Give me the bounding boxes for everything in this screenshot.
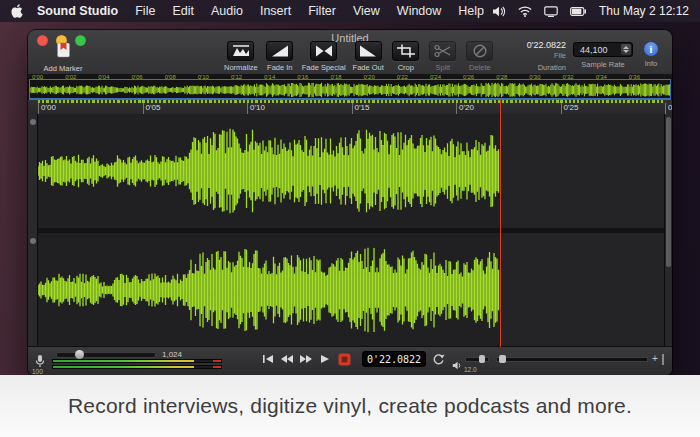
sample-rate-select[interactable]: 44,100 bbox=[573, 42, 633, 57]
zoom-in-label[interactable]: + bbox=[652, 353, 658, 364]
record-button[interactable] bbox=[336, 352, 352, 366]
speaker-icon bbox=[452, 356, 462, 374]
overview-tick-label: 0'08 bbox=[165, 74, 176, 80]
seek-slider[interactable] bbox=[496, 357, 648, 362]
desktop-background: Sound Studio FileEditAudioInsertFilterVi… bbox=[0, 0, 700, 437]
ruler-tick-mark bbox=[352, 103, 353, 114]
duration-value: 0'22.0822 bbox=[490, 40, 566, 50]
display-icon[interactable] bbox=[544, 6, 558, 17]
volume-slider[interactable] bbox=[465, 357, 489, 362]
menu-bar-status: Thu May 2 12:12 bbox=[492, 4, 689, 18]
menu-item-view[interactable]: View bbox=[353, 4, 380, 18]
window-header: Untitled Add Marker NormalizeFade InFade… bbox=[28, 30, 672, 75]
tool-fade-out[interactable]: Fade Out bbox=[353, 41, 384, 72]
menu-item-help[interactable]: Help bbox=[458, 4, 484, 18]
input-level-meter-left bbox=[52, 359, 222, 363]
tool-label: Split bbox=[436, 63, 451, 72]
channel-1-handle[interactable] bbox=[30, 119, 36, 125]
menu-bar-clock[interactable]: Thu May 2 12:12 bbox=[599, 4, 689, 18]
sample-rate-caption: Sample Rate bbox=[581, 60, 624, 69]
scrollbar-thumb[interactable] bbox=[666, 117, 671, 267]
fast-forward-button[interactable] bbox=[298, 352, 314, 366]
sample-rate-value: 44,100 bbox=[580, 45, 608, 55]
add-marker-icon bbox=[56, 42, 71, 62]
menu-item-insert[interactable]: Insert bbox=[260, 4, 291, 18]
time-display: 0'22.0822 bbox=[362, 351, 426, 367]
vertical-scrollbar[interactable] bbox=[664, 114, 672, 347]
split-icon bbox=[429, 41, 456, 61]
slider-end-cap bbox=[662, 354, 664, 365]
menu-item-filter[interactable]: Filter bbox=[308, 4, 336, 18]
duration-caption: Duration bbox=[490, 63, 566, 72]
stepper-icon[interactable] bbox=[621, 44, 631, 55]
marketing-caption: Record interviews, digitize vinyl, creat… bbox=[68, 394, 632, 418]
ruler-tick-label: 0'25 bbox=[564, 103, 579, 112]
volume-slider-thumb[interactable] bbox=[479, 355, 485, 363]
track-area[interactable] bbox=[28, 114, 672, 347]
input-level-meter-right bbox=[52, 365, 222, 369]
fade-in-icon bbox=[266, 41, 293, 61]
overview-tick-label: 0'36 bbox=[629, 74, 640, 80]
ruler-tick-mark bbox=[38, 103, 39, 114]
menu-item-audio[interactable]: Audio bbox=[211, 4, 243, 18]
overview-tick-label: 0'02 bbox=[65, 74, 76, 80]
menu-item-window[interactable]: Window bbox=[397, 4, 441, 18]
tool-label: Fade Special bbox=[302, 63, 346, 72]
info-control: i Info bbox=[637, 42, 665, 68]
info-caption: Info bbox=[645, 59, 658, 68]
ruler-tick-mark bbox=[247, 103, 248, 114]
zoom-slider-thumb[interactable] bbox=[75, 350, 84, 359]
overview-tick-label: 0'14 bbox=[264, 74, 275, 80]
overview-viewport[interactable] bbox=[29, 79, 671, 100]
tool-label: Delete bbox=[469, 63, 491, 72]
app-menu-title[interactable]: Sound Studio bbox=[37, 4, 118, 18]
tool-fade-in[interactable]: Fade In bbox=[265, 41, 295, 72]
menu-item-edit[interactable]: Edit bbox=[172, 4, 194, 18]
tool-label: Fade Out bbox=[353, 63, 384, 72]
ruler-tick-mark bbox=[665, 103, 666, 114]
add-marker-button[interactable]: Add Marker bbox=[36, 42, 90, 73]
fade-out-icon bbox=[355, 41, 382, 61]
overview-tick-label: 0'22 bbox=[397, 74, 408, 80]
menu-items: FileEditAudioInsertFilterViewWindowHelp bbox=[135, 4, 484, 18]
transport-controls bbox=[260, 352, 352, 366]
caption-band: Record interviews, digitize vinyl, creat… bbox=[0, 375, 700, 437]
apple-menu-icon[interactable] bbox=[11, 4, 23, 18]
input-level-value: 100 bbox=[32, 368, 43, 375]
tool-crop[interactable]: Crop bbox=[391, 41, 421, 72]
seek-slider-thumb[interactable] bbox=[499, 355, 506, 363]
rewind-button[interactable] bbox=[279, 352, 295, 366]
channel-2-handle[interactable] bbox=[30, 238, 36, 244]
info-button[interactable]: i bbox=[644, 42, 658, 56]
zoom-slider[interactable] bbox=[56, 352, 156, 358]
overview-tick-label: 0'20 bbox=[364, 74, 375, 80]
menu-bar: Sound Studio FileEditAudioInsertFilterVi… bbox=[0, 0, 700, 22]
ruler-tick-label: 0'05 bbox=[146, 103, 161, 112]
battery-icon[interactable] bbox=[570, 7, 587, 16]
loop-button[interactable] bbox=[432, 353, 445, 368]
overview-tick-label: 0'04 bbox=[98, 74, 109, 80]
play-button[interactable] bbox=[317, 352, 333, 366]
menu-item-file[interactable]: File bbox=[135, 4, 155, 18]
volume-icon[interactable] bbox=[492, 6, 506, 17]
volume-value: 12.0 bbox=[464, 366, 477, 373]
tool-strip: NormalizeFade InFade SpecialFade OutCrop… bbox=[224, 41, 495, 72]
go-to-start-button[interactable] bbox=[260, 352, 276, 366]
status-icons bbox=[492, 6, 587, 17]
tool-label: Normalize bbox=[224, 63, 258, 72]
duration-display: 0'22.0822 File Duration bbox=[490, 40, 566, 72]
ruler-tick-label: 0'15 bbox=[355, 103, 370, 112]
overview-tick-label: 0'12 bbox=[231, 74, 242, 80]
playhead[interactable] bbox=[500, 100, 502, 347]
ruler-tick-label: 0'20 bbox=[459, 103, 474, 112]
tool-normalize[interactable]: Normalize bbox=[224, 41, 258, 72]
overview-strip[interactable]: 0'000'020'040'060'080'100'120'140'160'18… bbox=[28, 74, 672, 101]
overview-tick-label: 0'10 bbox=[198, 74, 209, 80]
sound-studio-window: Untitled Add Marker NormalizeFade InFade… bbox=[28, 30, 672, 375]
sample-rate-control: 44,100 Sample Rate bbox=[570, 42, 636, 69]
wifi-icon[interactable] bbox=[518, 6, 532, 17]
overview-tick-label: 0'24 bbox=[430, 74, 441, 80]
zoom-value[interactable]: 1,024 bbox=[162, 350, 182, 359]
tool-fade-special[interactable]: Fade Special bbox=[302, 41, 346, 72]
timeline-ruler[interactable]: 0'000'050'100'150'200'250'30 bbox=[28, 100, 672, 115]
